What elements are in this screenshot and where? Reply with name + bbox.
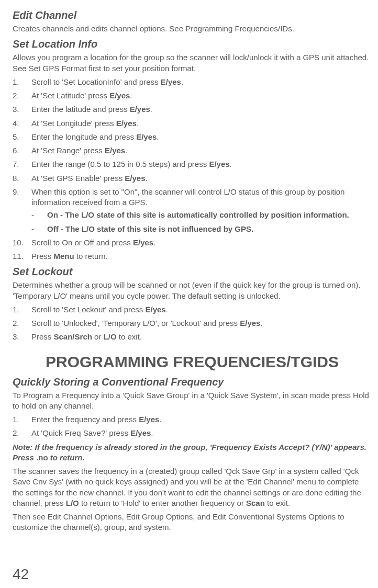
set-lockout-desc: Determines whether a group will be scann… xyxy=(13,280,372,301)
list-item: At 'Quick Freq Save?' press E/yes. xyxy=(13,428,372,438)
list-item: At 'Set Range' press E/yes. xyxy=(13,145,372,156)
list-item: Scroll to 'Set LocationInfo' and press E… xyxy=(13,77,372,87)
quick-store-para1: The scanner saves the frequency in a (cr… xyxy=(13,466,372,508)
quick-store-desc: To Program a Frequency into a 'Quick Sav… xyxy=(13,390,372,412)
edit-channel-desc: Creates channels and edits channel optio… xyxy=(13,24,372,34)
list-item: Press Scan/Srch or L/O to exit. xyxy=(13,332,372,342)
set-location-info-desc: Allows you program a location for the gr… xyxy=(13,52,372,74)
set-lockout-heading: Set Lockout xyxy=(13,266,372,278)
set-lockout-steps: Scroll to 'Set Lockout' and press E/yes.… xyxy=(13,304,372,343)
list-item: Press Menu to return. xyxy=(13,251,372,262)
list-item: Enter the range (0.5 to 125 in 0.5 steps… xyxy=(13,159,372,169)
list-item: On - The L/O state of this site is autom… xyxy=(31,210,372,220)
quick-store-heading: Quickly Storing a Conventional Frequency xyxy=(13,376,372,388)
main-heading: PROGRAMMING FREQUENCIES/TGIDS xyxy=(13,353,372,371)
quick-store-note: Note: If the frequency is already stored… xyxy=(13,442,372,463)
quick-store-steps: Enter the frequency and press E/yes. At … xyxy=(13,414,372,439)
sub-bullets: On - The L/O state of this site is autom… xyxy=(31,210,372,234)
list-item: Enter the longitude and press E/yes. xyxy=(13,132,372,142)
list-item: Enter the frequency and press E/yes. xyxy=(13,414,372,425)
list-item: When this option is set to "On", the sca… xyxy=(13,187,372,234)
list-item: At 'Set Latitude' press E/yes. xyxy=(13,91,372,101)
set-location-info-steps: Scroll to 'Set LocationInfo' and press E… xyxy=(13,77,372,262)
list-item: Off - The L/O state of this site is not … xyxy=(31,224,372,234)
list-item: At 'Set GPS Enable' press E/yes. xyxy=(13,173,372,184)
list-item: At 'Set Longitude' press E/yes. xyxy=(13,118,372,129)
page-number: 42 xyxy=(13,566,29,583)
list-item: Scroll to 'Set Lockout' and press E/yes. xyxy=(13,304,372,315)
quick-store-para2: Then see Edit Channel Options, Edit Grou… xyxy=(13,512,372,533)
list-item: Scroll to 'Unlocked', 'Temporary L/O', o… xyxy=(13,318,372,329)
set-location-info-heading: Set Location Info xyxy=(13,38,372,50)
list-item: Enter the latitude and press E/yes. xyxy=(13,104,372,115)
edit-channel-heading: Edit Channel xyxy=(13,9,372,21)
list-item: Scroll to On or Off and press E/yes. xyxy=(13,238,372,248)
